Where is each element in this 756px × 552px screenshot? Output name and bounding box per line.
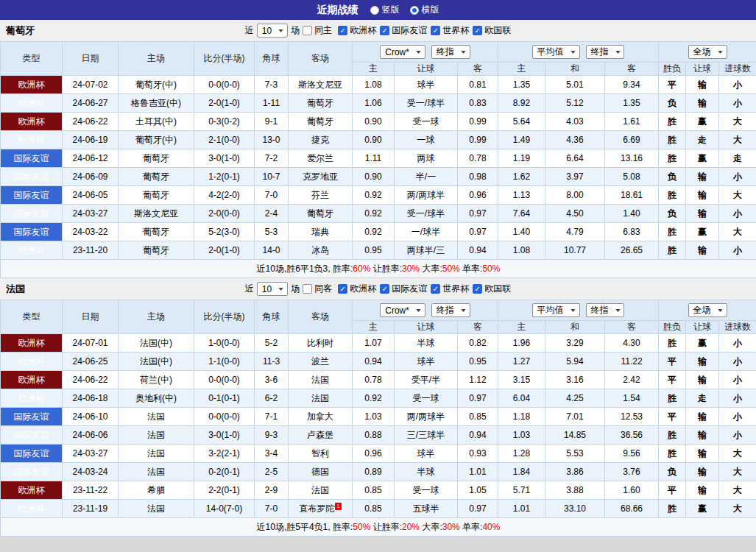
competition-checkbox-欧国联[interactable]: ✓ 欧国联 [473, 24, 511, 37]
competition-checkbox-label: 国际友谊 [392, 283, 427, 295]
corners: 5-3 [255, 223, 289, 241]
col-score: 比分(半场) [194, 42, 255, 76]
asian-odds-time-select[interactable]: 终指 ▼ [431, 303, 470, 317]
win-odds: 1.96 [498, 334, 545, 353]
draw-odds: 5.01 [545, 76, 605, 94]
handicap-away-odds: 0.97 [458, 223, 498, 241]
home-team: 葡萄牙 [119, 186, 194, 205]
draw-odds: 5.12 [545, 94, 605, 113]
competition-type: 国际友谊 [1, 186, 63, 205]
asian-odds-group: Crow* ▼ 终指 ▼ [353, 42, 498, 63]
corners: 13-0 [255, 131, 289, 149]
handicap-line: 五球半 [395, 500, 458, 518]
same-venue-checkbox[interactable]: 同客 [303, 283, 332, 295]
win-odds: 1.19 [498, 149, 545, 168]
corners: 2-4 [255, 205, 289, 223]
draw-odds: 3.86 [545, 463, 605, 481]
competition-type: 欧洲杯 [1, 131, 63, 149]
handicap-home-odds: 0.88 [353, 426, 395, 445]
corners: 5-2 [255, 334, 289, 353]
competition-checkbox-国际友谊[interactable]: ✓ 国际友谊 [380, 24, 427, 37]
corners: 10-7 [255, 168, 289, 186]
col-home: 主场 [119, 42, 194, 76]
handicap-home-odds: 1.08 [353, 76, 395, 94]
match-row: 国际友谊 24-06-12 葡萄牙 3-0(1-0) 7-2 爱尔兰 1.11 … [1, 149, 756, 168]
handicap-away-odds: 0.94 [458, 241, 498, 260]
away-team: 德国 [289, 463, 353, 481]
asian-odds-time-select[interactable]: 终指 ▼ [431, 45, 470, 59]
away-team: 瑞典 [289, 223, 353, 241]
handicap-line: 球半 [395, 353, 458, 371]
checkbox-checked-icon: ✓ [338, 26, 347, 35]
topbar: 近期战绩 竖版 横版 [0, 0, 756, 20]
competition-checkbox-欧国联[interactable]: ✓ 欧国联 [473, 283, 511, 295]
filter-controls: 近 10 ▼ 场 同主 ✓ 欧洲杯 ✓ 国际友谊 ✓ 世界杯 ✓ 欧国联 [245, 24, 511, 38]
competition-checkbox-国际友谊[interactable]: ✓ 国际友谊 [380, 283, 427, 295]
result-goals: 小 [719, 334, 756, 353]
fulltime-select[interactable]: 全场 ▼ [688, 45, 727, 59]
corners: 7-0 [255, 186, 289, 205]
corners: 7-3 [255, 76, 289, 94]
layout-radio-vertical[interactable]: 竖版 [370, 4, 400, 16]
win-odds: 6.04 [498, 389, 545, 408]
recent-count-select[interactable]: 10 ▼ [257, 24, 288, 38]
sub-handicap-away: 客 [458, 63, 498, 76]
bookmaker-select[interactable]: Crow* ▼ [380, 303, 425, 317]
win-odds: 1.27 [498, 353, 545, 371]
bookmaker-select[interactable]: Crow* ▼ [380, 45, 425, 59]
europe-odds-time-select[interactable]: 终指 ▼ [586, 303, 625, 317]
match-row: 欧洲杯 24-07-01 法国(中) 1-0(0-0) 5-2 比利时 1.07… [1, 334, 756, 353]
europe-odds-select[interactable]: 平均值 ▼ [532, 303, 580, 317]
handicap-home-odds: 0.90 [353, 131, 395, 149]
competition-checkbox-label: 欧国联 [484, 283, 511, 295]
score: 1-0(0-0) [194, 334, 255, 353]
recent-matches-table: 类型 日期 主场 比分(半场) 角球 客场 Crow* ▼ 终指 ▼ [0, 300, 756, 537]
competition-checkbox-欧洲杯[interactable]: ✓ 欧洲杯 [338, 24, 376, 37]
corners: 14-0 [255, 241, 289, 260]
competition-checkbox-世界杯[interactable]: ✓ 世界杯 [431, 283, 469, 295]
match-date: 23-11-22 [63, 481, 119, 500]
handicap-away-odds: 0.94 [458, 426, 498, 445]
competition-type: 欧洲杯 [1, 241, 63, 260]
summary-row: 近10场,胜6平1负3, 胜率:60% 让胜率:30% 大率:50% 单率:50… [1, 260, 756, 278]
win-odds: 1.62 [498, 168, 545, 186]
home-team: 葡萄牙 [119, 168, 194, 186]
win-odds: 1.01 [498, 500, 545, 518]
score: 0-0(0-0) [194, 76, 255, 94]
match-row: 欧洲杯 24-06-22 土耳其(中) 0-3(0-2) 9-1 葡萄牙 0.9… [1, 113, 756, 131]
europe-odds-time-select[interactable]: 终指 ▼ [586, 45, 625, 59]
score: 1-2(0-1) [194, 168, 255, 186]
score: 0-0(0-0) [194, 408, 255, 426]
result-wdl: 胜 [659, 113, 686, 131]
handicap-line: 球半 [395, 445, 458, 463]
chevron-down-icon: ▼ [569, 308, 576, 313]
handicap-home-odds: 0.95 [353, 241, 395, 260]
lose-odds: 6.69 [605, 131, 659, 149]
handicap-away-odds: 0.95 [458, 353, 498, 371]
home-team: 葡萄牙 [119, 223, 194, 241]
layout-radio-horizontal[interactable]: 横版 [410, 4, 439, 16]
score: 4-2(2-0) [194, 186, 255, 205]
europe-odds-select[interactable]: 平均值 ▼ [532, 45, 580, 59]
match-row: 国际友谊 24-06-10 法国 0-0(0-0) 7-1 加拿大 1.03 两… [1, 408, 756, 426]
competition-type: 国际友谊 [1, 223, 63, 241]
home-team: 奥地利(中) [119, 389, 194, 408]
competition-checkbox-欧洲杯[interactable]: ✓ 欧洲杯 [338, 283, 376, 295]
match-date: 24-06-19 [63, 131, 119, 149]
lose-odds: 13.16 [605, 149, 659, 168]
same-venue-checkbox[interactable]: 同主 [303, 24, 332, 37]
score: 0-1(0-1) [194, 389, 255, 408]
lose-odds: 12.53 [605, 408, 659, 426]
recent-count-select[interactable]: 10 ▼ [257, 282, 288, 296]
summary-line: 近10场,胜6平1负3, 胜率:60% 让胜率:30% 大率:50% 单率:50… [1, 260, 756, 278]
games-label: 场 [291, 24, 300, 37]
radio-icon [410, 6, 419, 15]
competition-checkbox-世界杯[interactable]: ✓ 世界杯 [431, 24, 469, 37]
fulltime-select[interactable]: 全场 ▼ [688, 303, 727, 317]
result-goals: 大 [719, 186, 756, 205]
score: 1-1(0-0) [194, 353, 255, 371]
team-name: 葡萄牙 [6, 24, 35, 38]
win-odds: 1.28 [498, 445, 545, 463]
result-wdl: 平 [659, 408, 686, 426]
score: 0-2(0-1) [194, 463, 255, 481]
